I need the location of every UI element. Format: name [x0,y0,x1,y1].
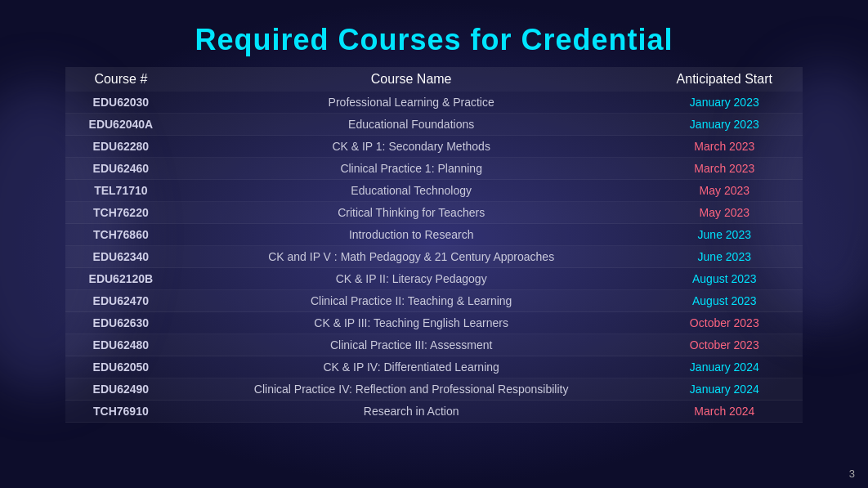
course-id: EDU62050 [65,356,177,378]
course-name: CK & IP 1: Secondary Methods [177,136,647,158]
courses-table: Course # Course Name Anticipated Start E… [65,67,803,423]
course-name: Clinical Practice 1: Planning [177,158,647,180]
course-name: Introduction to Research [177,224,647,246]
course-name: CK and IP V : Math Pedagogy & 21 Century… [177,246,647,268]
table-row: TCH76910Research in ActionMarch 2024 [65,401,803,423]
course-date: January 2024 [647,356,803,378]
table-row: EDU62460Clinical Practice 1: PlanningMar… [65,158,803,180]
table-row: EDU62340CK and IP V : Math Pedagogy & 21… [65,246,803,268]
course-date: March 2024 [647,401,803,423]
course-name: CK & IP II: Literacy Pedagogy [177,268,647,290]
page-title: Required Courses for Credential [65,8,803,67]
course-date: March 2023 [647,136,803,158]
course-date: June 2023 [647,224,803,246]
course-id: EDU62120B [65,268,177,290]
table-row: EDU62050CK & IP IV: Differentiated Learn… [65,356,803,378]
course-id: TCH76220 [65,202,177,224]
course-date: August 2023 [647,268,803,290]
course-date: January 2023 [647,92,803,114]
course-id: EDU62630 [65,312,177,334]
course-name: Professional Learning & Practice [177,92,647,114]
table-row: EDU62480Clinical Practice III: Assessmen… [65,334,803,356]
course-name: Critical Thinking for Teachers [177,202,647,224]
course-name: Clinical Practice II: Teaching & Learnin… [177,290,647,312]
course-id: EDU62340 [65,246,177,268]
course-date: October 2023 [647,312,803,334]
course-name: CK & IP III: Teaching English Learners [177,312,647,334]
course-date: January 2023 [647,114,803,136]
course-date: August 2023 [647,290,803,312]
course-id: TEL71710 [65,180,177,202]
col-anticipated-start: Anticipated Start [647,67,803,92]
course-date: May 2023 [647,180,803,202]
course-date: October 2023 [647,334,803,356]
table-row: TCH76220Critical Thinking for TeachersMa… [65,202,803,224]
course-name: Clinical Practice IV: Reflection and Pro… [177,378,647,401]
course-id: EDU62490 [65,378,177,401]
course-id: EDU62480 [65,334,177,356]
course-id: EDU62040A [65,114,177,136]
table-row: EDU62040AEducational FoundationsJanuary … [65,114,803,136]
course-id: TCH76910 [65,401,177,423]
table-row: EDU62120BCK & IP II: Literacy PedagogyAu… [65,268,803,290]
table-row: EDU62490Clinical Practice IV: Reflection… [65,378,803,401]
course-id: EDU62280 [65,136,177,158]
course-date: June 2023 [647,246,803,268]
course-date: May 2023 [647,202,803,224]
table-row: TEL71710Educational TechnologyMay 2023 [65,180,803,202]
col-course-num: Course # [65,67,177,92]
course-name: Educational Technology [177,180,647,202]
course-name: Clinical Practice III: Assessment [177,334,647,356]
course-name: CK & IP IV: Differentiated Learning [177,356,647,378]
course-date: March 2023 [647,158,803,180]
table-row: EDU62470Clinical Practice II: Teaching &… [65,290,803,312]
course-id: EDU62030 [65,92,177,114]
course-id: TCH76860 [65,224,177,246]
course-name: Research in Action [177,401,647,423]
course-id: EDU62460 [65,158,177,180]
course-date: January 2024 [647,378,803,401]
table-row: EDU62630CK & IP III: Teaching English Le… [65,312,803,334]
course-name: Educational Foundations [177,114,647,136]
col-course-name: Course Name [177,67,647,92]
table-row: EDU62030Professional Learning & Practice… [65,92,803,114]
course-id: EDU62470 [65,290,177,312]
page-number: 3 [849,468,855,480]
table-row: EDU62280CK & IP 1: Secondary MethodsMarc… [65,136,803,158]
table-row: TCH76860Introduction to ResearchJune 202… [65,224,803,246]
